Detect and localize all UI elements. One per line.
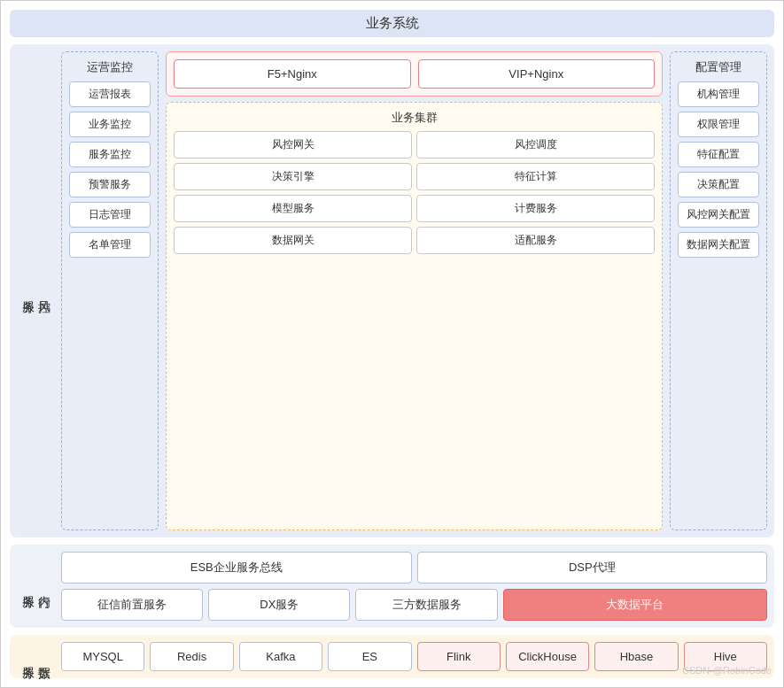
zhengxin-box: 征信前置服务 (61, 589, 203, 621)
config-item-0: 机构管理 (678, 81, 759, 107)
cluster-grid: 风控网关 风控调度 决策引擎 特征计算 模型服务 计费服务 数据网关 适配服务 (174, 131, 655, 254)
cluster-item-2: 决策引擎 (174, 163, 412, 190)
data-section: 数据服务 MYSQL Redis Kafka ES Flink ClickHou… (10, 635, 774, 678)
sanfang-box: 三方数据服务 (355, 589, 497, 621)
nginx-row: F5+Nginx VIP+Nginx (166, 51, 663, 97)
cluster-item-7: 适配服务 (416, 227, 655, 254)
data-inner: MYSQL Redis Kafka ES Flink ClickHouse Hb… (61, 642, 767, 671)
data-kafka: Kafka (239, 642, 322, 671)
hangni-row1: ESB企业服务总线 DSP代理 (61, 552, 767, 584)
yunying-item-4: 日志管理 (69, 202, 151, 228)
data-flink: Flink (417, 642, 501, 671)
config-title: 配置管理 (678, 59, 759, 75)
cluster-item-6: 数据网关 (174, 227, 412, 254)
data-hbase: Hbase (594, 642, 678, 671)
cluster-item-5: 计费服务 (416, 195, 655, 222)
cluster-item-0: 风控网关 (174, 131, 412, 158)
config-item-3: 决策配置 (678, 172, 759, 197)
data-redis: Redis (150, 642, 233, 671)
config-item-5: 数据网关配置 (678, 232, 759, 258)
yewu-cluster: 业务集群 风控网关 风控调度 决策引擎 特征计算 模型服务 计费服务 数据网关 … (166, 102, 663, 530)
config-box: 配置管理 机构管理 权限管理 特征配置 决策配置 风控网关配置 数据网关配置 (670, 51, 767, 530)
hangni-section: 行内服务 ESB企业服务总线 DSP代理 征信前置服务 DX服务 三方数据服务 … (10, 545, 774, 628)
config-item-4: 风控网关配置 (678, 202, 759, 228)
nginx-vip: VIP+Nginx (418, 59, 656, 89)
bigdata-box: 大数据平台 (503, 589, 767, 621)
dx-box: DX服务 (208, 589, 350, 621)
hangni-inner: ESB企业服务总线 DSP代理 征信前置服务 DX服务 三方数据服务 大数据平台 (61, 552, 767, 621)
yunying-item-5: 名单管理 (69, 232, 151, 258)
config-item-2: 特征配置 (678, 142, 759, 167)
middle-area: F5+Nginx VIP+Nginx 业务集群 风控网关 风控调度 决策引擎 特… (166, 51, 663, 530)
cluster-item-1: 风控调度 (416, 131, 655, 158)
dsp-box: DSP代理 (417, 552, 768, 584)
esb-box: ESB企业服务总线 (61, 552, 412, 584)
yunying-box: 运营监控 运营报表 业务监控 服务监控 预警服务 日志管理 名单管理 (61, 51, 159, 530)
data-clickhouse: ClickHouse (506, 642, 589, 671)
nginx-f5: F5+Nginx (174, 59, 411, 89)
watermark-text: CSDN-@RobinCode (682, 665, 772, 676)
data-es: ES (328, 642, 411, 671)
fengkong-label: 风控服务 (17, 51, 56, 530)
fengkong-inner: 运营监控 运营报表 业务监控 服务监控 预警服务 日志管理 名单管理 F5+Ng… (61, 51, 767, 530)
cluster-item-4: 模型服务 (174, 195, 412, 222)
cluster-item-3: 特征计算 (416, 163, 655, 190)
hangni-row2: 征信前置服务 DX服务 三方数据服务 大数据平台 (61, 589, 767, 621)
yunying-item-2: 服务监控 (69, 142, 151, 167)
business-system-label: 业务系统 (10, 10, 774, 37)
fengkong-section: 风控服务 运营监控 运营报表 业务监控 服务监控 预警服务 日志管理 名单管理 … (10, 44, 774, 537)
data-mysql: MYSQL (61, 642, 144, 671)
yunying-item-0: 运营报表 (69, 81, 151, 107)
yunying-item-3: 预警服务 (69, 172, 151, 197)
config-item-1: 权限管理 (678, 112, 759, 137)
yunying-item-1: 业务监控 (69, 112, 151, 137)
yunying-title: 运营监控 (69, 59, 151, 75)
main-container: 业务系统 风控服务 运营监控 运营报表 业务监控 服务监控 预警服务 日志管理 … (0, 0, 784, 688)
cluster-title: 业务集群 (174, 110, 655, 126)
